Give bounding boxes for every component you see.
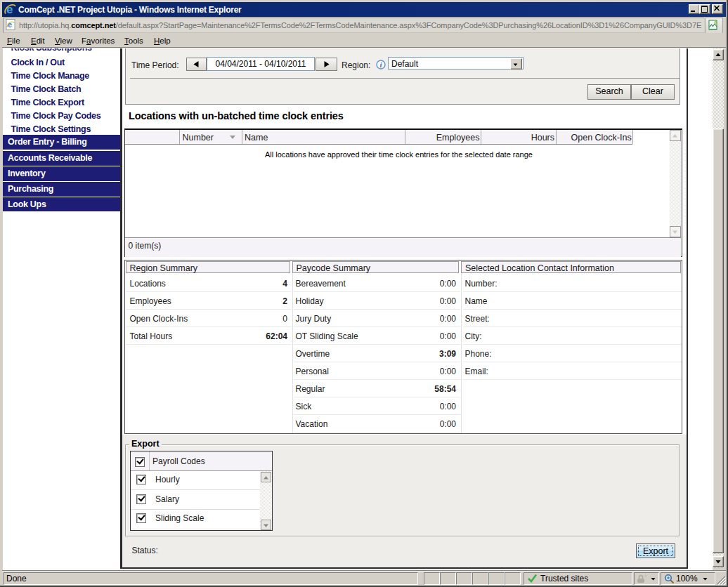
svg-text:i: i [379,61,382,69]
